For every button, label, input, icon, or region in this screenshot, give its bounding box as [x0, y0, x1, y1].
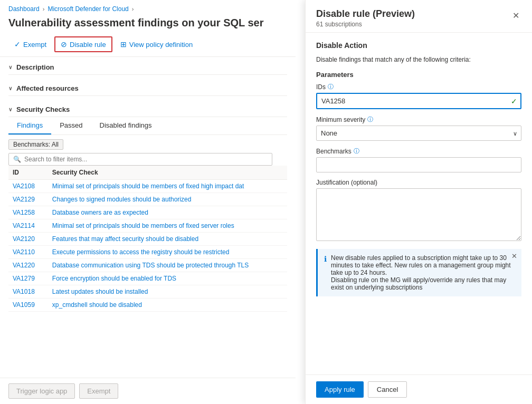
row-id: VA1258: [8, 206, 48, 219]
table-row[interactable]: VA1059 xp_cmdshell should be disabled: [8, 299, 287, 312]
exempt-label: Exempt: [23, 41, 46, 49]
panel-title: Disable rule (Preview): [316, 8, 415, 20]
table-row[interactable]: VA2108 Minimal set of principals should …: [8, 180, 287, 193]
disable-desc: Disable findings that match any of the f…: [316, 56, 521, 63]
benchmarks-filter-tag[interactable]: Benchmarks: All: [8, 139, 63, 150]
findings-table-container: ID Security Check VA2108 Minimal set of …: [8, 166, 287, 312]
ids-input-wrapper: ✓: [316, 93, 521, 109]
filter-row: Benchmarks: All: [8, 139, 287, 150]
benchmarks-input[interactable]: [316, 157, 521, 172]
disable-action-title: Disable Action: [316, 41, 521, 50]
col-id: ID: [8, 166, 48, 180]
panel-footer: Apply rule Cancel: [306, 374, 532, 404]
row-desc: Features that may affect security should…: [48, 233, 287, 246]
row-id: VA1220: [8, 259, 48, 272]
exempt-button[interactable]: ✓ Exempt: [8, 37, 52, 52]
row-id: VA2108: [8, 180, 48, 193]
view-policy-icon: ⊞: [120, 40, 127, 49]
breadcrumb-dashboard[interactable]: Dashboard: [8, 5, 40, 13]
tab-disabled-findings[interactable]: Disabled findings: [91, 117, 160, 134]
exempt-icon: ✓: [14, 40, 21, 49]
col-security-check: Security Check: [48, 166, 287, 180]
description-header[interactable]: ∨ Description: [8, 60, 287, 75]
row-desc: Execute permissions to access the regist…: [48, 246, 287, 259]
justification-textarea[interactable]: [316, 188, 521, 241]
ids-input[interactable]: [316, 93, 521, 109]
panel-body: Disable Action Disable findings that mat…: [306, 33, 532, 374]
panel-header: Disable rule (Preview) 61 subscriptions …: [306, 0, 532, 33]
disable-rule-label: Disable rule: [70, 41, 106, 49]
table-row[interactable]: VA1258 Database owners are as expected: [8, 206, 287, 219]
min-severity-select[interactable]: None Low Medium High Critical: [316, 126, 521, 141]
affected-resources-label: Affected resources: [16, 84, 79, 92]
bottom-toolbar: Trigger logic app Exempt: [0, 378, 296, 404]
tab-passed[interactable]: Passed: [51, 117, 91, 134]
row-desc: Minimal set of principals should be memb…: [48, 219, 287, 233]
apply-rule-button[interactable]: Apply rule: [316, 381, 364, 398]
table-row[interactable]: VA2110 Execute permissions to access the…: [8, 246, 287, 259]
page-title: Vulnerability assessment findings on you…: [0, 15, 296, 34]
disable-rule-icon: ⊘: [61, 40, 67, 49]
affected-resources-section: ∨ Affected resources: [0, 78, 296, 99]
close-info-button[interactable]: ✕: [511, 252, 517, 260]
disable-rule-panel: Disable rule (Preview) 61 subscriptions …: [305, 0, 532, 404]
row-id: VA1279: [8, 272, 48, 285]
table-row[interactable]: VA2120 Features that may affect security…: [8, 233, 287, 246]
view-policy-label: View policy definition: [129, 41, 193, 49]
cancel-button[interactable]: Cancel: [368, 381, 407, 398]
disable-rule-button[interactable]: ⊘ Disable rule: [54, 36, 112, 52]
security-checks-label: Security Checks: [16, 105, 70, 113]
row-desc: Database owners are as expected: [48, 206, 287, 219]
security-tabs: Findings Passed Disabled findings: [8, 117, 287, 135]
description-label: Description: [16, 63, 54, 71]
row-id: VA1059: [8, 299, 48, 312]
row-desc: Minimal set of principals should be memb…: [48, 180, 287, 193]
row-desc: Latest updates should be installed: [48, 285, 287, 299]
panel-close-button[interactable]: ✕: [510, 8, 521, 23]
breadcrumb-sep-1: ›: [43, 6, 45, 12]
min-severity-label: Minimum severity ⓘ: [316, 116, 521, 123]
affected-resources-header[interactable]: ∨ Affected resources: [8, 81, 287, 96]
bottom-exempt-button: Exempt: [79, 383, 118, 399]
table-row[interactable]: VA2114 Minimal set of principals should …: [8, 219, 287, 233]
table-row[interactable]: VA1279 Force encryption should be enable…: [8, 272, 287, 285]
benchmarks-info-icon: ⓘ: [354, 147, 359, 155]
ids-check-icon: ✓: [511, 97, 517, 105]
row-id: VA1018: [8, 285, 48, 299]
search-icon: 🔍: [13, 156, 21, 163]
info-box-text: New disable rules applied to a subscript…: [331, 254, 515, 291]
security-checks-header[interactable]: ∨ Security Checks: [8, 102, 287, 117]
info-box: ℹ New disable rules applied to a subscri…: [316, 249, 521, 296]
breadcrumb-defender[interactable]: Microsoft Defender for Cloud: [48, 5, 128, 13]
row-id: VA2114: [8, 219, 48, 233]
panel-subtitle: 61 subscriptions: [316, 21, 415, 28]
table-row[interactable]: VA1018 Latest updates should be installe…: [8, 285, 287, 299]
table-row[interactable]: VA1220 Database communication using TDS …: [8, 259, 287, 272]
params-label: Parameters: [316, 71, 521, 79]
breadcrumb-sep-2: ›: [132, 6, 134, 12]
row-desc: xp_cmdshell should be disabled: [48, 299, 287, 312]
justification-label: Justification (optional): [316, 179, 521, 186]
info-box-icon: ℹ: [324, 255, 327, 291]
row-desc: Changes to signed modules should be auth…: [48, 193, 287, 206]
breadcrumb: Dashboard › Microsoft Defender for Cloud…: [0, 0, 296, 15]
affected-resources-chevron: ∨: [8, 85, 12, 91]
view-policy-button[interactable]: ⊞ View policy definition: [115, 37, 198, 52]
table-row[interactable]: VA2129 Changes to signed modules should …: [8, 193, 287, 206]
tab-findings[interactable]: Findings: [8, 117, 51, 134]
ids-label: IDs ⓘ: [316, 83, 521, 91]
row-id: VA2110: [8, 246, 48, 259]
toolbar: ✓ Exempt ⊘ Disable rule ⊞ View policy de…: [0, 34, 296, 57]
description-chevron: ∨: [8, 64, 12, 70]
trigger-logic-app-button: Trigger logic app: [8, 383, 75, 399]
table-header-row: ID Security Check: [8, 166, 287, 180]
security-checks-chevron: ∨: [8, 107, 12, 112]
panel-title-block: Disable rule (Preview) 61 subscriptions: [316, 8, 415, 28]
row-desc: Force encryption should be enabled for T…: [48, 272, 287, 285]
findings-table: ID Security Check VA2108 Minimal set of …: [8, 166, 287, 312]
min-severity-wrapper: None Low Medium High Critical ∨: [316, 126, 521, 141]
search-box[interactable]: 🔍: [8, 153, 272, 166]
search-input[interactable]: [24, 156, 268, 163]
row-id: VA2120: [8, 233, 48, 246]
row-id: VA2129: [8, 193, 48, 206]
